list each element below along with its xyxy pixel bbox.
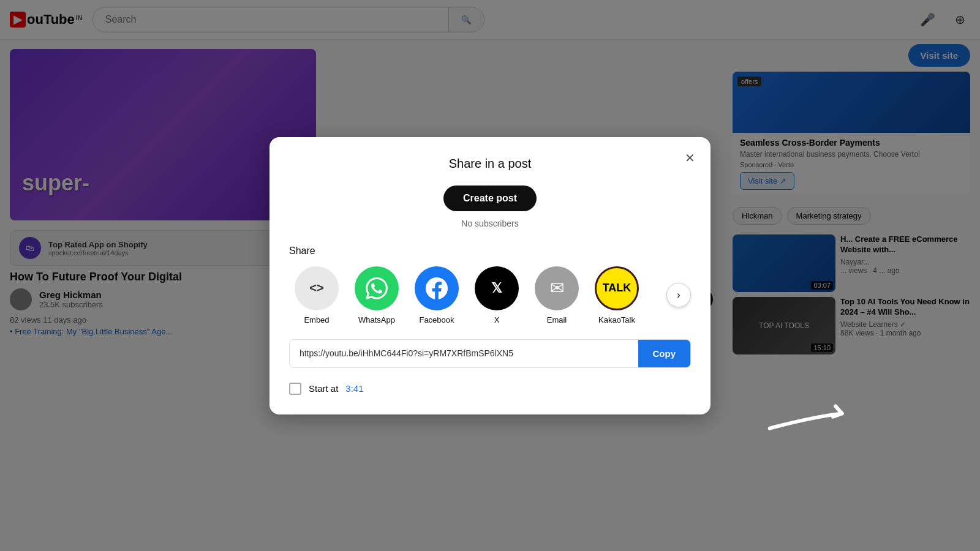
- whatsapp-circle: [355, 266, 399, 310]
- close-icon: ✕: [685, 151, 695, 165]
- facebook-label: Facebook: [419, 315, 454, 324]
- x-circle: 𝕏: [475, 266, 519, 310]
- share-icon-x[interactable]: 𝕏 X: [469, 266, 524, 324]
- link-url: https://youtu.be/iHhMC644Fi0?si=yRM7XRfB…: [290, 340, 638, 367]
- email-circle: ✉: [535, 266, 579, 310]
- start-at-label: Start at: [309, 383, 338, 394]
- arrow-annotation: [761, 378, 856, 468]
- share-icons-scroll: <> Embed WhatsApp: [289, 266, 666, 324]
- x-label: X: [494, 315, 500, 324]
- start-at-row: Start at 3:41: [289, 383, 691, 395]
- share-icon-facebook[interactable]: Facebook: [409, 266, 464, 324]
- share-icon-email[interactable]: ✉ Email: [529, 266, 584, 324]
- modal-overlay: ✕ Share in a post Create post No subscri…: [0, 0, 980, 551]
- copy-button[interactable]: Copy: [638, 340, 691, 367]
- whatsapp-label: WhatsApp: [358, 315, 395, 324]
- modal-title: Share in a post: [289, 157, 691, 171]
- email-label: Email: [547, 315, 567, 324]
- next-button[interactable]: ›: [666, 283, 691, 307]
- share-icons-row: <> Embed WhatsApp: [289, 266, 691, 324]
- share-section-title: Share: [289, 246, 691, 257]
- close-button[interactable]: ✕: [679, 147, 701, 169]
- share-modal: ✕ Share in a post Create post No subscri…: [270, 137, 710, 414]
- link-row: https://youtu.be/iHhMC644Fi0?si=yRM7XRfB…: [289, 339, 691, 368]
- create-post-button[interactable]: Create post: [443, 186, 537, 211]
- share-icon-whatsapp[interactable]: WhatsApp: [349, 266, 404, 324]
- embed-label: Embed: [304, 315, 329, 324]
- kakao-label: KakaoTalk: [598, 315, 635, 324]
- next-icon: ›: [677, 290, 680, 301]
- start-at-checkbox[interactable]: [289, 383, 301, 395]
- share-icon-embed[interactable]: <> Embed: [289, 266, 344, 324]
- share-icon-kakao[interactable]: TALK KakaoTalk: [589, 266, 644, 324]
- kakao-circle: TALK: [595, 266, 639, 310]
- facebook-circle: [415, 266, 459, 310]
- start-at-time: 3:41: [345, 383, 363, 394]
- no-subscribers-text: No subscribers: [289, 219, 691, 228]
- embed-circle: <>: [295, 266, 339, 310]
